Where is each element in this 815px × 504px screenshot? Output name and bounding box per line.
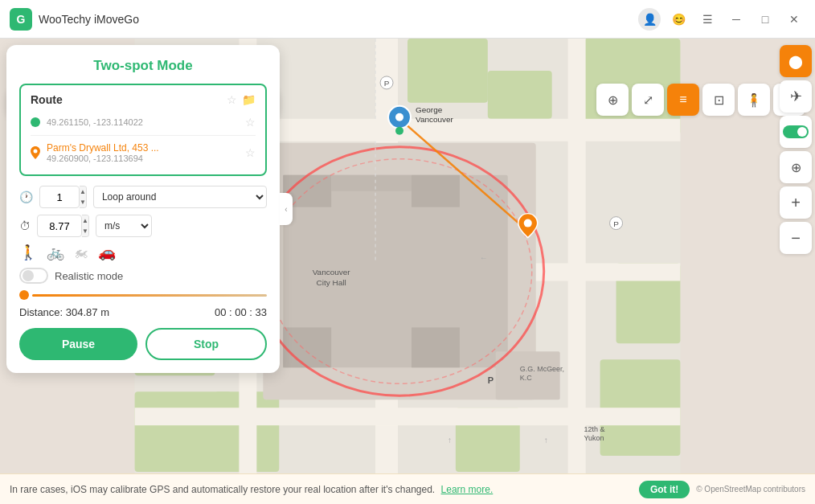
svg-text:←: ←: [480, 253, 488, 262]
svg-text:P: P: [613, 219, 619, 228]
svg-rect-20: [283, 327, 331, 367]
route-label: Route: [31, 93, 63, 106]
svg-text:City Hall: City Hall: [317, 278, 346, 287]
smiley-icon[interactable]: 😊: [667, 8, 690, 31]
route-start-indicator: [19, 290, 29, 300]
collapse-panel-button[interactable]: ‹: [280, 193, 293, 225]
route-folder-icon[interactable]: 📁: [242, 93, 256, 106]
svg-rect-19: [412, 175, 460, 207]
realistic-label: Realistic mode: [55, 270, 123, 282]
speed-spinner: 8.77 ▲ ▼: [37, 215, 89, 237]
svg-text:K.C: K.C: [520, 374, 532, 382]
route-start-row: 49.261150, -123.114022 ☆: [31, 113, 256, 132]
repeat-arrows: ▲ ▼: [80, 186, 87, 208]
bottom-bar: In rare cases, iOS may calibrate GPS and…: [0, 473, 815, 504]
titlebar: G WooTechy iMoveGo 👤 😊 ☰ ─ □ ✕: [0, 0, 815, 39]
svg-text:12th &: 12th &: [584, 425, 605, 433]
got-it-button[interactable]: Got it!: [639, 481, 690, 498]
minimize-icon[interactable]: ─: [725, 8, 747, 31]
car-icon[interactable]: 🚗: [98, 244, 116, 261]
learn-more-link[interactable]: Learn more.: [441, 484, 494, 495]
route-progress-bar: [32, 294, 267, 297]
svg-rect-22: [331, 175, 412, 191]
svg-point-29: [524, 219, 532, 227]
waypoint-button[interactable]: ⊡: [702, 84, 735, 116]
svg-rect-1: [408, 39, 488, 103]
route-mode-button[interactable]: ≡: [667, 84, 699, 116]
distance-row: Distance: 304.87 m 00 : 00 : 33: [19, 306, 267, 318]
panel-title: Two-spot Mode: [19, 58, 267, 74]
time-text: 00 : 00 : 33: [215, 306, 267, 318]
pause-button[interactable]: Pause: [19, 328, 137, 360]
start-star[interactable]: ☆: [245, 116, 256, 129]
svg-point-30: [395, 127, 403, 135]
svg-rect-21: [412, 327, 460, 367]
repeat-input[interactable]: 1: [39, 186, 80, 208]
joystick-button[interactable]: ✈: [780, 80, 812, 113]
main-area: George Vancouver Vancouver City Hall G.G…: [0, 39, 815, 504]
speed-row: ⏱ 8.77 ▲ ▼ m/s km/h mph: [19, 215, 267, 237]
end-pin-icon: [31, 146, 40, 159]
realistic-mode-row: Realistic mode: [19, 268, 267, 284]
speed-gauge-icon: ⏱: [19, 219, 31, 232]
svg-text:Yukon: Yukon: [584, 434, 604, 442]
record-button[interactable]: ⬤: [780, 45, 812, 77]
transport-row: 🚶 🚲 🏍 🚗: [19, 244, 267, 261]
right-toolbar: ⬤ ✈ ⊕ + −: [780, 45, 815, 254]
svg-text:↑: ↑: [448, 436, 452, 445]
svg-rect-2: [488, 71, 552, 119]
repeat-up[interactable]: ▲: [80, 186, 86, 197]
speed-down[interactable]: ▼: [82, 226, 88, 236]
maximize-icon[interactable]: □: [754, 8, 776, 31]
map-toolbar: ⊕ ⤢ ≡ ⊡ 🧍 📁: [596, 84, 805, 116]
route-box: Route ☆ 📁 49.261150, -123.114022 ☆: [19, 84, 267, 176]
start-coords: 49.261150, -123.114022: [47, 117, 239, 127]
zoom-in-button[interactable]: +: [780, 186, 812, 219]
toggle-button[interactable]: [780, 116, 812, 148]
route-star-icon[interactable]: ☆: [227, 93, 237, 106]
route-end-row: Parm's Drywall Ltd, 453 ... 49.260900, -…: [31, 139, 256, 166]
repeat-down[interactable]: ▼: [80, 197, 86, 207]
avatar-icon[interactable]: 👤: [638, 8, 661, 31]
repeat-spinner: 1 ▲ ▼: [39, 186, 87, 208]
menu-icon[interactable]: ☰: [696, 8, 719, 31]
left-panel: Two-spot Mode Route ☆ 📁 49.261150, -123.…: [6, 45, 280, 373]
window-controls: 👤 😊 ☰ ─ □ ✕: [638, 8, 805, 31]
speed-up[interactable]: ▲: [82, 215, 88, 226]
walk-icon[interactable]: 🚶: [19, 244, 37, 261]
svg-text:↑: ↑: [544, 436, 548, 445]
move-button[interactable]: ⤢: [632, 84, 664, 116]
close-icon[interactable]: ✕: [783, 8, 805, 31]
repeat-loop-row: 🕐 1 ▲ ▼ Loop around Back and forth One-w…: [19, 186, 267, 208]
svg-text:P: P: [488, 375, 494, 385]
speed-input[interactable]: 8.77: [37, 215, 82, 237]
end-coords: 49.260900, -123.113694: [47, 154, 239, 163]
svg-point-28: [395, 113, 403, 121]
start-dot: [31, 117, 40, 127]
svg-point-50: [34, 150, 38, 154]
bottom-bar-message: In rare cases, iOS may calibrate GPS and…: [10, 484, 631, 495]
svg-text:Vancouver: Vancouver: [416, 115, 454, 124]
person-button[interactable]: 🧍: [738, 84, 770, 116]
crosshair-button[interactable]: ⊕: [596, 84, 629, 116]
route-line-row: [19, 290, 267, 300]
end-star[interactable]: ☆: [245, 146, 256, 159]
map-attribution: © OpenStreetMap contributors: [696, 485, 805, 494]
stop-button[interactable]: Stop: [145, 328, 267, 360]
loop-mode-select[interactable]: Loop around Back and forth One-way: [93, 186, 267, 208]
svg-rect-13: [135, 408, 681, 425]
bike-icon[interactable]: 🚲: [47, 244, 64, 261]
speed-arrows: ▲ ▼: [82, 215, 89, 237]
motorcycle-icon[interactable]: 🏍: [74, 244, 88, 261]
svg-text:G.G. McGeer,: G.G. McGeer,: [520, 365, 564, 373]
location-center-button[interactable]: ⊕: [780, 151, 812, 183]
speed-unit-select[interactable]: m/s km/h mph: [96, 215, 152, 237]
svg-text:Vancouver: Vancouver: [313, 268, 351, 277]
svg-text:George: George: [416, 105, 443, 114]
svg-text:P: P: [384, 79, 390, 88]
realistic-toggle[interactable]: [19, 268, 48, 284]
app-logo: G: [10, 8, 32, 31]
route-header: Route ☆ 📁: [31, 93, 256, 106]
zoom-out-button[interactable]: −: [780, 222, 812, 254]
toggle-dot: [23, 270, 34, 281]
